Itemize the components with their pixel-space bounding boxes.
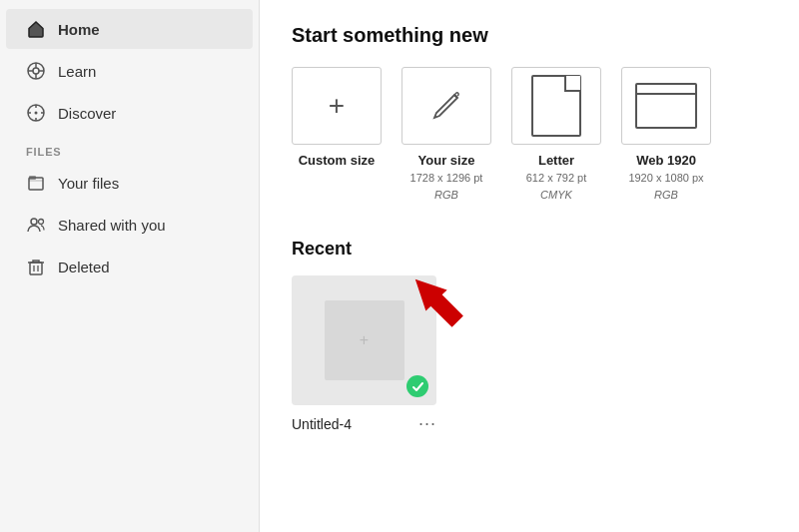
web-icon <box>635 83 697 129</box>
sidebar-item-learn[interactable]: Learn <box>6 51 253 91</box>
letter-thumb <box>511 67 601 145</box>
template-custom-size[interactable]: + Custom size <box>292 67 382 170</box>
sidebar-item-your-files[interactable]: Your files <box>6 163 253 203</box>
files-section-label: FILES <box>0 134 259 162</box>
template-letter[interactable]: Letter 612 x 792 ptCMYK <box>511 67 601 203</box>
recent-section-title: Recent <box>292 239 767 260</box>
template-grid: + Custom size Your size 1728 x 1296 ptRG… <box>292 67 767 203</box>
template-web-1920[interactable]: Web 1920 1920 x 1080 pxRGB <box>621 67 711 203</box>
recent-card-name: Untitled-4 <box>292 416 352 432</box>
plus-icon: + <box>329 90 345 122</box>
sidebar-item-home[interactable]: Home <box>6 9 253 49</box>
your-size-label: Your size <box>418 153 475 168</box>
red-arrow-annotation <box>387 266 466 335</box>
sidebar-item-your-files-label: Your files <box>58 175 119 192</box>
sidebar-item-discover[interactable]: Discover <box>6 93 253 133</box>
svg-rect-13 <box>29 176 36 180</box>
letter-sublabel: 612 x 792 ptCMYK <box>526 170 587 203</box>
web-1920-label: Web 1920 <box>636 153 696 168</box>
start-section-title: Start something new <box>292 24 767 47</box>
letter-label: Letter <box>538 153 574 168</box>
recent-card-menu-button[interactable]: ··· <box>418 413 436 434</box>
svg-rect-16 <box>30 263 42 274</box>
sidebar-item-deleted[interactable]: Deleted <box>6 247 253 286</box>
your-size-sublabel: 1728 x 1296 ptRGB <box>410 170 483 203</box>
sidebar-item-home-label: Home <box>58 21 100 38</box>
sidebar-item-learn-label: Learn <box>58 63 96 80</box>
recent-card-footer: Untitled-4 ··· <box>292 413 436 434</box>
home-icon <box>26 19 46 39</box>
your-files-icon <box>26 173 46 193</box>
letter-icon <box>531 75 581 137</box>
svg-point-15 <box>39 220 44 225</box>
learn-icon <box>26 61 46 81</box>
recent-thumb-untitled-4: + <box>292 275 436 405</box>
main-content: Start something new + Custom size Your s… <box>260 0 799 532</box>
web-1920-sublabel: 1920 x 1080 pxRGB <box>628 170 703 203</box>
sidebar: Home Learn Discover <box>0 0 260 532</box>
recent-grid: + <box>292 275 767 434</box>
custom-size-label: Custom size <box>299 153 376 168</box>
your-size-thumb <box>401 67 491 145</box>
plus-small-icon: + <box>360 331 369 349</box>
sidebar-item-shared-with-you[interactable]: Shared with you <box>6 205 253 245</box>
web-1920-thumb <box>621 67 711 145</box>
discover-icon <box>26 103 46 123</box>
svg-point-1 <box>33 68 39 74</box>
svg-point-7 <box>35 112 38 115</box>
pen-icon <box>424 84 468 128</box>
check-badge <box>406 375 428 397</box>
template-your-size[interactable]: Your size 1728 x 1296 ptRGB <box>401 67 491 203</box>
svg-point-14 <box>31 219 37 225</box>
shared-icon <box>26 215 46 235</box>
sidebar-item-shared-with-you-label: Shared with you <box>58 217 166 234</box>
deleted-icon <box>26 257 46 276</box>
recent-card-untitled-4[interactable]: + <box>292 275 436 434</box>
custom-size-thumb: + <box>292 67 382 145</box>
sidebar-item-discover-label: Discover <box>58 105 116 122</box>
sidebar-item-deleted-label: Deleted <box>58 259 110 275</box>
